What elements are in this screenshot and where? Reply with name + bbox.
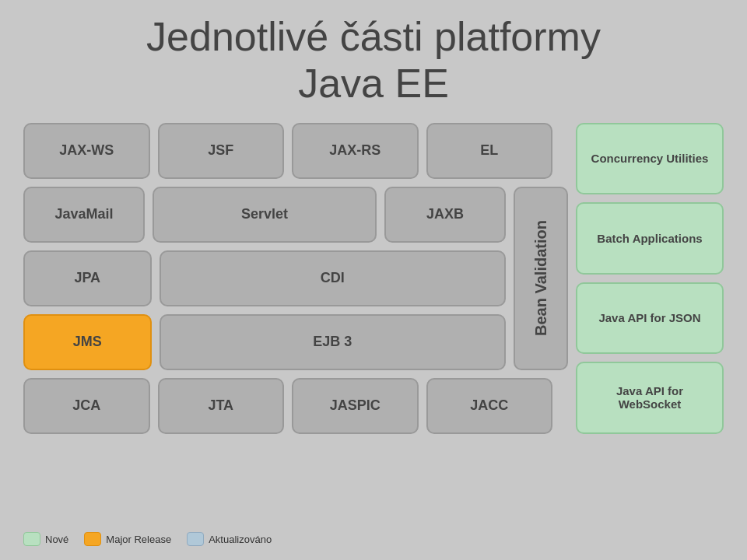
cell-jaxws: JAX-WS — [23, 123, 150, 179]
right-panel: Concurrency Utilities Batch Applications… — [576, 123, 724, 434]
cell-jms: JMS — [23, 314, 152, 370]
legend-major-label: Major Release — [106, 534, 171, 545]
cell-el: EL — [426, 123, 553, 179]
row1: JAX-WS JSF JAX-RS EL — [23, 123, 568, 179]
legend-updated-label: Aktualizováno — [209, 534, 272, 545]
cell-cdi: CDI — [160, 250, 507, 306]
legend-updated: Aktualizováno — [187, 532, 272, 546]
legend-new-box — [23, 532, 40, 546]
right-concurrency: Concurrency Utilities — [576, 123, 724, 195]
legend-major-box — [84, 532, 101, 546]
title-line1: Jednotlivé části platformy — [146, 14, 601, 59]
legend-updated-box — [187, 532, 204, 546]
cell-javamail: JavaMail — [23, 187, 145, 243]
row3: JPA CDI — [23, 250, 506, 306]
cell-jaxrs: JAX-RS — [292, 123, 419, 179]
title-line2: Java EE — [298, 61, 449, 106]
cell-jaspic: JASPIC — [292, 378, 419, 434]
cell-jsf: JSF — [158, 123, 285, 179]
cell-jca: JCA — [23, 378, 150, 434]
cell-ejb3: EJB 3 — [160, 314, 507, 370]
legend-new-label: Nové — [45, 534, 68, 545]
title: Jednotlivé části platformy Java EE — [0, 0, 747, 115]
legend-new: Nové — [23, 532, 68, 546]
cell-jta: JTA — [158, 378, 285, 434]
cell-jaxb: JAXB — [384, 187, 506, 243]
row2: JavaMail Servlet JAXB — [23, 187, 506, 243]
row5: JCA JTA JASPIC JACC — [23, 378, 568, 434]
right-json: Java API for JSON — [576, 282, 724, 355]
cell-jpa: JPA — [23, 250, 152, 306]
right-batch: Batch Applications — [576, 202, 724, 275]
cell-bean-validation: Bean Validation — [514, 187, 568, 370]
right-websocket: Java API for WebSocket — [576, 362, 724, 434]
legend: Nové Major Release Aktualizováno — [23, 532, 272, 546]
legend-major: Major Release — [84, 532, 171, 546]
row4: JMS EJB 3 — [23, 314, 506, 370]
cell-jacc: JACC — [426, 378, 553, 434]
cell-servlet: Servlet — [153, 187, 377, 243]
